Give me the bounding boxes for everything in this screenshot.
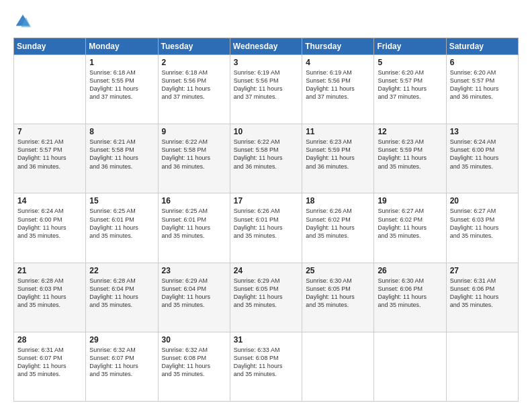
calendar-cell: 26Sunrise: 6:30 AM Sunset: 6:06 PM Dayli… [374, 263, 446, 332]
day-info: Sunrise: 6:27 AM Sunset: 6:03 PM Dayligh… [450, 207, 515, 240]
day-number: 10 [234, 127, 298, 136]
day-number: 20 [450, 196, 515, 205]
calendar-header-row: SundayMondayTuesdayWednesdayThursdayFrid… [14, 38, 519, 55]
day-info: Sunrise: 6:18 AM Sunset: 5:55 PM Dayligh… [89, 68, 154, 101]
day-info: Sunrise: 6:21 AM Sunset: 5:58 PM Dayligh… [89, 138, 154, 171]
day-number: 15 [89, 196, 154, 205]
day-header-friday: Friday [374, 38, 446, 55]
day-number: 5 [378, 58, 442, 67]
day-info: Sunrise: 6:30 AM Sunset: 6:05 PM Dayligh… [306, 277, 370, 310]
calendar-cell: 8Sunrise: 6:21 AM Sunset: 5:58 PM Daylig… [86, 124, 158, 193]
day-number: 12 [378, 127, 442, 136]
day-number: 29 [89, 335, 154, 345]
day-number: 18 [306, 196, 370, 205]
day-number: 28 [17, 335, 82, 345]
day-header-wednesday: Wednesday [230, 38, 302, 55]
day-number: 22 [89, 266, 154, 275]
day-info: Sunrise: 6:26 AM Sunset: 6:01 PM Dayligh… [234, 207, 298, 240]
day-info: Sunrise: 6:31 AM Sunset: 6:07 PM Dayligh… [17, 346, 82, 379]
day-header-saturday: Saturday [446, 38, 518, 55]
day-info: Sunrise: 6:26 AM Sunset: 6:02 PM Dayligh… [306, 207, 370, 240]
calendar-cell [14, 55, 86, 124]
day-number: 11 [306, 127, 370, 136]
calendar-week-row: 1Sunrise: 6:18 AM Sunset: 5:55 PM Daylig… [14, 55, 519, 124]
day-info: Sunrise: 6:24 AM Sunset: 6:00 PM Dayligh… [450, 138, 515, 171]
day-number: 24 [234, 266, 298, 275]
calendar-cell: 20Sunrise: 6:27 AM Sunset: 6:03 PM Dayli… [446, 193, 518, 263]
day-info: Sunrise: 6:29 AM Sunset: 6:05 PM Dayligh… [234, 277, 298, 310]
calendar-cell: 25Sunrise: 6:30 AM Sunset: 6:05 PM Dayli… [302, 263, 374, 332]
day-info: Sunrise: 6:25 AM Sunset: 6:01 PM Dayligh… [89, 207, 154, 240]
calendar-week-row: 21Sunrise: 6:28 AM Sunset: 6:03 PM Dayli… [14, 263, 519, 332]
day-number: 14 [17, 196, 82, 205]
day-info: Sunrise: 6:32 AM Sunset: 6:08 PM Dayligh… [162, 346, 226, 379]
calendar-table: SundayMondayTuesdayWednesdayThursdayFrid… [13, 38, 519, 402]
calendar-cell: 3Sunrise: 6:19 AM Sunset: 5:56 PM Daylig… [230, 55, 302, 124]
day-info: Sunrise: 6:23 AM Sunset: 5:59 PM Dayligh… [306, 138, 370, 171]
calendar-cell: 15Sunrise: 6:25 AM Sunset: 6:01 PM Dayli… [86, 193, 158, 263]
day-info: Sunrise: 6:32 AM Sunset: 6:07 PM Dayligh… [89, 346, 154, 379]
calendar-cell: 13Sunrise: 6:24 AM Sunset: 6:00 PM Dayli… [446, 124, 518, 193]
day-header-sunday: Sunday [14, 38, 86, 55]
day-info: Sunrise: 6:28 AM Sunset: 6:04 PM Dayligh… [89, 277, 154, 310]
day-number: 27 [450, 266, 515, 275]
day-number: 16 [162, 196, 226, 205]
calendar-cell: 7Sunrise: 6:21 AM Sunset: 5:57 PM Daylig… [14, 124, 86, 193]
calendar-cell: 10Sunrise: 6:22 AM Sunset: 5:58 PM Dayli… [230, 124, 302, 193]
day-info: Sunrise: 6:33 AM Sunset: 6:08 PM Dayligh… [234, 346, 298, 379]
calendar-cell: 24Sunrise: 6:29 AM Sunset: 6:05 PM Dayli… [230, 263, 302, 332]
calendar-cell: 23Sunrise: 6:29 AM Sunset: 6:04 PM Dayli… [158, 263, 230, 332]
day-number: 31 [234, 335, 298, 345]
day-info: Sunrise: 6:22 AM Sunset: 5:58 PM Dayligh… [234, 138, 298, 171]
day-info: Sunrise: 6:27 AM Sunset: 6:02 PM Dayligh… [378, 207, 442, 240]
day-info: Sunrise: 6:20 AM Sunset: 5:57 PM Dayligh… [378, 68, 442, 101]
day-number: 7 [17, 127, 82, 136]
day-number: 17 [234, 196, 298, 205]
day-info: Sunrise: 6:22 AM Sunset: 5:58 PM Dayligh… [162, 138, 226, 171]
calendar-cell: 21Sunrise: 6:28 AM Sunset: 6:03 PM Dayli… [14, 263, 86, 332]
day-number: 2 [162, 58, 226, 67]
calendar-cell: 27Sunrise: 6:31 AM Sunset: 6:06 PM Dayli… [446, 263, 518, 332]
logo-icon [13, 12, 32, 31]
day-header-tuesday: Tuesday [158, 38, 230, 55]
calendar-cell: 22Sunrise: 6:28 AM Sunset: 6:04 PM Dayli… [86, 263, 158, 332]
calendar-cell: 1Sunrise: 6:18 AM Sunset: 5:55 PM Daylig… [86, 55, 158, 124]
day-header-monday: Monday [86, 38, 158, 55]
calendar-cell [446, 332, 518, 401]
day-number: 26 [378, 266, 442, 275]
calendar-cell: 11Sunrise: 6:23 AM Sunset: 5:59 PM Dayli… [302, 124, 374, 193]
day-header-thursday: Thursday [302, 38, 374, 55]
calendar-cell: 28Sunrise: 6:31 AM Sunset: 6:07 PM Dayli… [14, 332, 86, 401]
day-number: 30 [162, 335, 226, 345]
page: SundayMondayTuesdayWednesdayThursdayFrid… [0, 0, 532, 411]
day-number: 25 [306, 266, 370, 275]
calendar-cell: 19Sunrise: 6:27 AM Sunset: 6:02 PM Dayli… [374, 193, 446, 263]
day-number: 8 [89, 127, 154, 136]
calendar-cell: 14Sunrise: 6:24 AM Sunset: 6:00 PM Dayli… [14, 193, 86, 263]
day-number: 9 [162, 127, 226, 136]
calendar-cell: 12Sunrise: 6:23 AM Sunset: 5:59 PM Dayli… [374, 124, 446, 193]
calendar-week-row: 28Sunrise: 6:31 AM Sunset: 6:07 PM Dayli… [14, 332, 519, 401]
calendar-cell: 9Sunrise: 6:22 AM Sunset: 5:58 PM Daylig… [158, 124, 230, 193]
calendar-cell: 17Sunrise: 6:26 AM Sunset: 6:01 PM Dayli… [230, 193, 302, 263]
calendar-cell: 29Sunrise: 6:32 AM Sunset: 6:07 PM Dayli… [86, 332, 158, 401]
day-number: 6 [450, 58, 515, 67]
day-number: 4 [306, 58, 370, 67]
calendar-cell [302, 332, 374, 401]
day-number: 13 [450, 127, 515, 136]
day-info: Sunrise: 6:20 AM Sunset: 5:57 PM Dayligh… [450, 68, 515, 101]
day-info: Sunrise: 6:24 AM Sunset: 6:00 PM Dayligh… [17, 207, 82, 240]
day-info: Sunrise: 6:18 AM Sunset: 5:56 PM Dayligh… [162, 68, 226, 101]
logo [13, 12, 36, 31]
day-info: Sunrise: 6:31 AM Sunset: 6:06 PM Dayligh… [450, 277, 515, 310]
calendar-week-row: 14Sunrise: 6:24 AM Sunset: 6:00 PM Dayli… [14, 193, 519, 263]
day-info: Sunrise: 6:29 AM Sunset: 6:04 PM Dayligh… [162, 277, 226, 310]
day-number: 1 [89, 58, 154, 67]
day-info: Sunrise: 6:21 AM Sunset: 5:57 PM Dayligh… [17, 138, 82, 171]
calendar-week-row: 7Sunrise: 6:21 AM Sunset: 5:57 PM Daylig… [14, 124, 519, 193]
calendar-cell: 5Sunrise: 6:20 AM Sunset: 5:57 PM Daylig… [374, 55, 446, 124]
day-info: Sunrise: 6:19 AM Sunset: 5:56 PM Dayligh… [306, 68, 370, 101]
calendar-cell: 2Sunrise: 6:18 AM Sunset: 5:56 PM Daylig… [158, 55, 230, 124]
day-info: Sunrise: 6:28 AM Sunset: 6:03 PM Dayligh… [17, 277, 82, 310]
calendar-cell: 6Sunrise: 6:20 AM Sunset: 5:57 PM Daylig… [446, 55, 518, 124]
